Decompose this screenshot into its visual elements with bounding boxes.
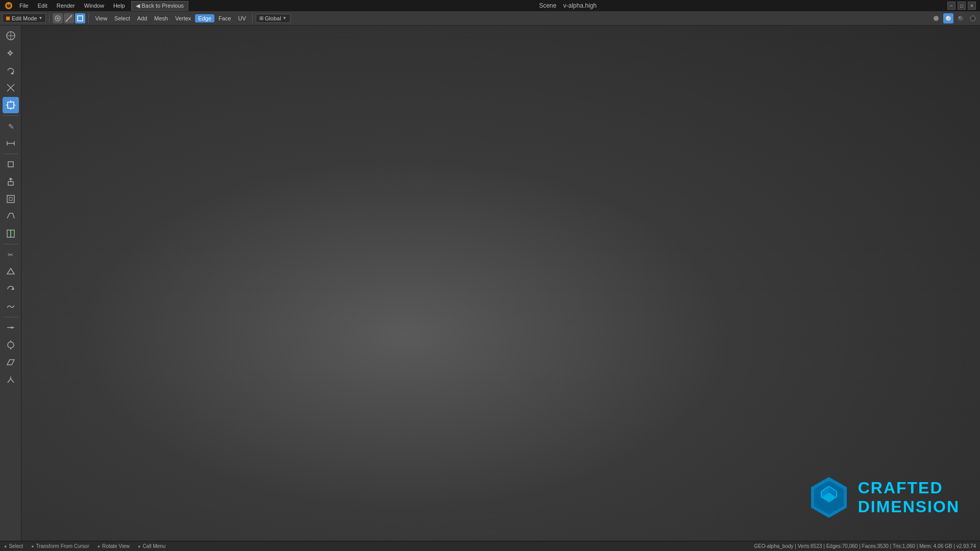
edge-menu[interactable]: Edge	[195, 14, 214, 22]
shrink-fatten-tool[interactable]	[3, 337, 19, 353]
face-mode-toggle[interactable]	[75, 13, 85, 23]
sep2	[88, 13, 89, 23]
inset-tool[interactable]	[3, 191, 19, 207]
measure-tool[interactable]	[3, 135, 19, 152]
svg-line-5	[66, 16, 71, 21]
tool-separator1	[3, 115, 18, 116]
viewport[interactable]: Z X -X Y User Perspective (20) GEO-alpha…	[21, 26, 980, 541]
svg-rect-32	[8, 182, 13, 185]
menu-render[interactable]: Render	[54, 2, 78, 10]
edge-slide-tool[interactable]	[3, 319, 19, 336]
sep1	[49, 13, 50, 23]
status-menu[interactable]: ● Call Menu	[138, 543, 165, 549]
title-bar-center: Scene v-alpha.high	[192, 2, 943, 9]
svg-text:✎: ✎	[8, 122, 14, 131]
status-bar: ● Select ● Transform From Cursor ● Rotat…	[0, 541, 980, 551]
svg-marker-34	[9, 178, 13, 180]
svg-point-2	[8, 4, 10, 5]
smooth-tool[interactable]	[3, 298, 19, 315]
svg-text:✥: ✥	[7, 49, 13, 57]
watermark-text: CRAFTED DIMENSION	[858, 479, 960, 516]
tool-separator2	[3, 154, 18, 154]
svg-rect-31	[8, 162, 13, 167]
mesh-menu[interactable]: Mesh	[151, 14, 171, 22]
add-menu[interactable]: Add	[134, 14, 151, 22]
watermark-dimension-label: DIMENSION	[858, 497, 960, 516]
svg-point-13	[959, 16, 961, 18]
watermark-crafted-label: CRAFTED	[858, 479, 960, 497]
title-bar-right: − □ ×	[943, 2, 980, 10]
face-menu[interactable]: Face	[215, 14, 234, 22]
uv-menu[interactable]: UV	[235, 14, 249, 22]
spin-tool[interactable]	[3, 281, 19, 297]
shear-tool[interactable]	[3, 354, 19, 370]
svg-point-7	[71, 15, 72, 16]
svg-point-44	[8, 342, 14, 348]
toolbar: ◼ Edit Mode ▼ View Select Add Mesh Verte…	[0, 11, 980, 26]
orientation-icon: ⊞	[259, 15, 263, 21]
annotate-tool[interactable]: ✎	[3, 118, 19, 134]
transform-tool[interactable]	[3, 97, 19, 113]
svg-point-14	[970, 16, 975, 21]
vertex-menu[interactable]: Vertex	[172, 14, 194, 22]
scene-background	[21, 26, 980, 541]
add-cube-tool[interactable]	[3, 156, 19, 172]
back-to-previous-button[interactable]: ◀ Back to Previous	[131, 1, 189, 11]
close-button[interactable]: ×	[968, 2, 976, 10]
poly-build-tool[interactable]	[3, 264, 19, 280]
mode-dropdown-arrow: ▼	[39, 16, 43, 20]
view-menu[interactable]: View	[92, 14, 110, 22]
mode-selector[interactable]: ◼ Edit Mode ▼	[2, 13, 46, 23]
transform-orientation[interactable]: ⊞ Global ▼	[256, 14, 290, 23]
left-sidebar: ✥ ✎ ✂	[0, 26, 21, 541]
svg-text:✂: ✂	[8, 251, 13, 259]
vertex-mode-toggle[interactable]	[53, 13, 63, 23]
status-rotate-label: Rotate View	[102, 543, 130, 549]
svg-point-12	[958, 16, 963, 21]
tool-separator3	[3, 244, 18, 244]
blender-icon[interactable]	[4, 1, 13, 10]
svg-point-43	[11, 327, 13, 329]
render-preview-button[interactable]	[968, 13, 978, 23]
mode-label: Edit Mode	[12, 15, 37, 21]
svg-marker-40	[7, 268, 14, 274]
move-tool[interactable]: ✥	[3, 45, 19, 61]
solid-shading-button[interactable]	[943, 13, 953, 23]
status-rotate[interactable]: ● Rotate View	[97, 543, 130, 549]
status-select-label: Select	[9, 543, 23, 549]
orientation-label: Global	[265, 15, 281, 21]
viewport-shading-toggle[interactable]	[931, 13, 941, 23]
rip-tool[interactable]	[3, 371, 19, 388]
svg-rect-22	[8, 102, 14, 108]
menu-window[interactable]: Window	[81, 2, 107, 10]
status-menu-label: Call Menu	[142, 543, 165, 549]
title-bar-left: File Edit Render Window Help ◀ Back to P…	[0, 1, 192, 11]
watermark: CRAFTED DIMENSION	[806, 474, 960, 520]
cursor-tool[interactable]	[3, 28, 19, 44]
scale-tool[interactable]	[3, 80, 19, 96]
bevel-tool[interactable]	[3, 208, 19, 224]
status-stats: GEO-alpha_body | Verts:6523 | Edges:70,0…	[754, 543, 976, 549]
status-select[interactable]: ● Select	[4, 543, 23, 549]
status-transform[interactable]: ● Transform From Cursor	[31, 543, 89, 549]
minimize-button[interactable]: −	[947, 2, 955, 10]
svg-rect-8	[78, 16, 83, 21]
select-menu[interactable]: Select	[111, 14, 133, 22]
rotate-tool[interactable]	[3, 62, 19, 79]
edge-mode-toggle[interactable]	[64, 13, 74, 23]
menu-file[interactable]: File	[16, 2, 32, 10]
orientation-arrow: ▼	[283, 16, 287, 20]
title-bar: File Edit Render Window Help ◀ Back to P…	[0, 0, 980, 11]
knife-tool[interactable]: ✂	[3, 246, 19, 263]
back-arrow-icon: ◀	[136, 3, 140, 9]
svg-rect-35	[7, 195, 14, 203]
menu-help[interactable]: Help	[110, 2, 128, 10]
svg-point-11	[947, 16, 948, 18]
menu-edit[interactable]: Edit	[35, 2, 51, 10]
loop-cut-tool[interactable]	[3, 226, 19, 242]
sep3	[252, 13, 253, 23]
material-preview-button[interactable]	[955, 13, 966, 23]
extrude-tool[interactable]	[3, 173, 19, 190]
watermark-logo-svg	[806, 474, 852, 520]
maximize-button[interactable]: □	[958, 2, 966, 10]
